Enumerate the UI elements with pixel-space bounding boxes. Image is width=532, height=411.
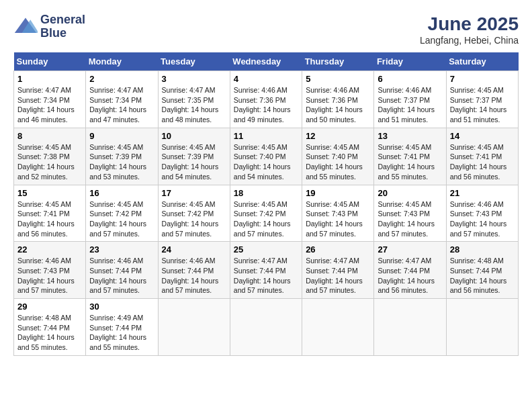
day-info: Sunrise: 4:46 AM Sunset: 7:36 PM Dayligh…	[234, 85, 298, 125]
day-number: 16	[89, 188, 154, 198]
calendar-cell: 11Sunrise: 4:45 AM Sunset: 7:40 PM Dayli…	[230, 128, 302, 185]
day-info: Sunrise: 4:49 AM Sunset: 7:44 PM Dayligh…	[89, 313, 154, 353]
day-info: Sunrise: 4:47 AM Sunset: 7:34 PM Dayligh…	[89, 85, 154, 125]
day-number: 2	[89, 74, 154, 84]
day-info: Sunrise: 4:47 AM Sunset: 7:44 PM Dayligh…	[234, 256, 298, 295]
day-info: Sunrise: 4:45 AM Sunset: 7:43 PM Dayligh…	[306, 199, 370, 239]
day-info: Sunrise: 4:45 AM Sunset: 7:41 PM Dayligh…	[450, 142, 515, 182]
calendar-cell: 23Sunrise: 4:46 AM Sunset: 7:44 PM Dayli…	[86, 242, 158, 299]
day-number: 1	[17, 74, 82, 84]
day-info: Sunrise: 4:46 AM Sunset: 7:44 PM Dayligh…	[89, 256, 154, 295]
day-number: 7	[450, 74, 515, 84]
day-number: 14	[450, 131, 515, 141]
day-number: 12	[306, 131, 370, 141]
calendar-cell: 13Sunrise: 4:45 AM Sunset: 7:41 PM Dayli…	[374, 128, 446, 185]
calendar-cell: 7Sunrise: 4:45 AM Sunset: 7:37 PM Daylig…	[446, 71, 518, 128]
calendar-cell: 28Sunrise: 4:48 AM Sunset: 7:44 PM Dayli…	[446, 242, 518, 299]
header-row: Sunday Monday Tuesday Wednesday Thursday…	[14, 52, 519, 71]
day-number: 5	[306, 74, 370, 84]
day-number: 9	[89, 131, 154, 141]
calendar-cell: 15Sunrise: 4:45 AM Sunset: 7:41 PM Dayli…	[14, 185, 86, 242]
day-info: Sunrise: 4:48 AM Sunset: 7:44 PM Dayligh…	[17, 313, 82, 353]
calendar-week-5: 29Sunrise: 4:48 AM Sunset: 7:44 PM Dayli…	[14, 299, 519, 356]
day-number: 24	[162, 244, 226, 255]
col-saturday: Saturday	[446, 52, 518, 71]
subtitle: Langfang, Hebei, China	[420, 35, 519, 46]
calendar-cell: 12Sunrise: 4:45 AM Sunset: 7:40 PM Dayli…	[302, 128, 374, 185]
day-info: Sunrise: 4:46 AM Sunset: 7:36 PM Dayligh…	[306, 85, 370, 125]
calendar-cell: 27Sunrise: 4:47 AM Sunset: 7:44 PM Dayli…	[374, 242, 446, 299]
day-number: 20	[378, 188, 442, 198]
day-number: 10	[162, 131, 226, 141]
col-monday: Monday	[86, 52, 158, 71]
day-info: Sunrise: 4:45 AM Sunset: 7:42 PM Dayligh…	[162, 199, 226, 239]
page-header: General Blue June 2025 Langfang, Hebei, …	[13, 13, 519, 46]
col-sunday: Sunday	[14, 52, 86, 71]
day-info: Sunrise: 4:45 AM Sunset: 7:38 PM Dayligh…	[17, 142, 82, 182]
calendar-week-2: 8Sunrise: 4:45 AM Sunset: 7:38 PM Daylig…	[14, 128, 519, 185]
calendar-week-4: 22Sunrise: 4:46 AM Sunset: 7:43 PM Dayli…	[14, 242, 519, 299]
day-number: 19	[306, 188, 370, 198]
calendar-cell: 1Sunrise: 4:47 AM Sunset: 7:34 PM Daylig…	[14, 71, 86, 128]
calendar-cell: 20Sunrise: 4:45 AM Sunset: 7:43 PM Dayli…	[374, 185, 446, 242]
calendar-cell: 9Sunrise: 4:45 AM Sunset: 7:39 PM Daylig…	[86, 128, 158, 185]
calendar-cell: 29Sunrise: 4:48 AM Sunset: 7:44 PM Dayli…	[14, 299, 86, 356]
col-friday: Friday	[374, 52, 446, 71]
day-number: 4	[234, 74, 298, 84]
col-wednesday: Wednesday	[230, 52, 302, 71]
day-number: 17	[162, 188, 226, 198]
day-info: Sunrise: 4:46 AM Sunset: 7:37 PM Dayligh…	[378, 85, 442, 125]
calendar-cell: 4Sunrise: 4:46 AM Sunset: 7:36 PM Daylig…	[230, 71, 302, 128]
day-number: 23	[89, 244, 154, 255]
calendar-cell: 3Sunrise: 4:47 AM Sunset: 7:35 PM Daylig…	[158, 71, 230, 128]
calendar-cell: 16Sunrise: 4:45 AM Sunset: 7:42 PM Dayli…	[86, 185, 158, 242]
day-number: 3	[162, 74, 226, 84]
day-number: 26	[306, 244, 370, 255]
logo-text: General Blue	[40, 13, 85, 40]
day-info: Sunrise: 4:46 AM Sunset: 7:43 PM Dayligh…	[450, 199, 515, 239]
col-thursday: Thursday	[302, 52, 374, 71]
day-number: 22	[17, 244, 82, 255]
day-number: 18	[234, 188, 298, 198]
main-title: June 2025	[420, 13, 519, 35]
day-info: Sunrise: 4:45 AM Sunset: 7:40 PM Dayligh…	[306, 142, 370, 182]
day-info: Sunrise: 4:47 AM Sunset: 7:44 PM Dayligh…	[378, 256, 442, 295]
logo-icon	[13, 15, 38, 39]
calendar-cell: 10Sunrise: 4:45 AM Sunset: 7:39 PM Dayli…	[158, 128, 230, 185]
calendar-cell: 6Sunrise: 4:46 AM Sunset: 7:37 PM Daylig…	[374, 71, 446, 128]
day-number: 8	[17, 131, 82, 141]
logo-line1: General	[40, 13, 85, 27]
day-info: Sunrise: 4:47 AM Sunset: 7:35 PM Dayligh…	[162, 85, 226, 125]
calendar-week-1: 1Sunrise: 4:47 AM Sunset: 7:34 PM Daylig…	[14, 71, 519, 128]
calendar-cell: 25Sunrise: 4:47 AM Sunset: 7:44 PM Dayli…	[230, 242, 302, 299]
calendar-cell: 22Sunrise: 4:46 AM Sunset: 7:43 PM Dayli…	[14, 242, 86, 299]
calendar-cell: 14Sunrise: 4:45 AM Sunset: 7:41 PM Dayli…	[446, 128, 518, 185]
calendar-cell	[302, 299, 374, 356]
day-number: 15	[17, 188, 82, 198]
logo: General Blue	[13, 13, 85, 40]
calendar-cell	[446, 299, 518, 356]
day-number: 13	[378, 131, 442, 141]
calendar-cell: 26Sunrise: 4:47 AM Sunset: 7:44 PM Dayli…	[302, 242, 374, 299]
day-info: Sunrise: 4:45 AM Sunset: 7:39 PM Dayligh…	[162, 142, 226, 182]
calendar-cell	[230, 299, 302, 356]
calendar-cell: 24Sunrise: 4:46 AM Sunset: 7:44 PM Dayli…	[158, 242, 230, 299]
calendar-cell: 19Sunrise: 4:45 AM Sunset: 7:43 PM Dayli…	[302, 185, 374, 242]
day-number: 21	[450, 188, 515, 198]
day-number: 25	[234, 244, 298, 255]
logo-line2: Blue	[40, 27, 85, 40]
calendar-table: Sunday Monday Tuesday Wednesday Thursday…	[13, 52, 519, 356]
day-info: Sunrise: 4:48 AM Sunset: 7:44 PM Dayligh…	[450, 256, 515, 295]
day-info: Sunrise: 4:45 AM Sunset: 7:37 PM Dayligh…	[450, 85, 515, 125]
day-info: Sunrise: 4:45 AM Sunset: 7:41 PM Dayligh…	[378, 142, 442, 182]
day-number: 28	[450, 244, 515, 255]
day-info: Sunrise: 4:47 AM Sunset: 7:44 PM Dayligh…	[306, 256, 370, 295]
day-number: 29	[17, 302, 82, 312]
title-block: June 2025 Langfang, Hebei, China	[420, 13, 519, 46]
day-info: Sunrise: 4:45 AM Sunset: 7:42 PM Dayligh…	[234, 199, 298, 239]
calendar-cell: 8Sunrise: 4:45 AM Sunset: 7:38 PM Daylig…	[14, 128, 86, 185]
day-info: Sunrise: 4:46 AM Sunset: 7:43 PM Dayligh…	[17, 256, 82, 295]
day-info: Sunrise: 4:45 AM Sunset: 7:43 PM Dayligh…	[378, 199, 442, 239]
day-info: Sunrise: 4:47 AM Sunset: 7:34 PM Dayligh…	[17, 85, 82, 125]
calendar-cell	[158, 299, 230, 356]
